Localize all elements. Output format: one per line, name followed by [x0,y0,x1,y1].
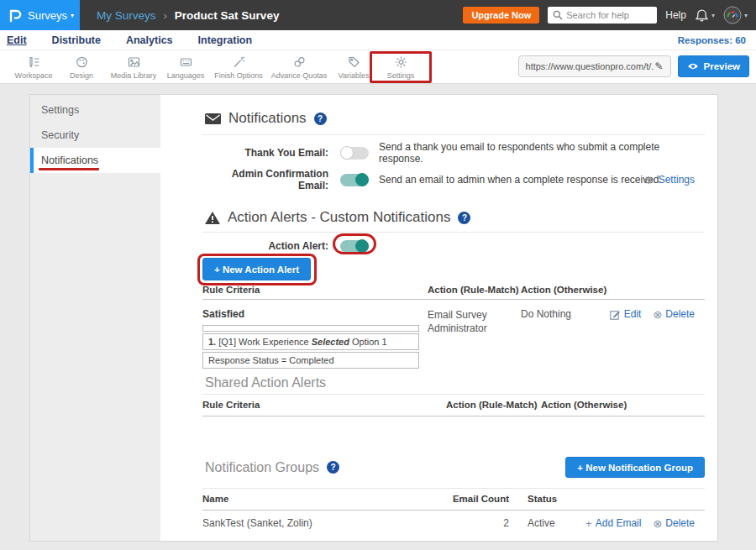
breadcrumb-separator-icon: › [164,9,167,22]
settings-sidebar: Settings Security Notifications [30,95,160,541]
toolbar-variables[interactable]: Variables [331,55,376,80]
divider [202,232,705,233]
questionpro-app: Surveys ▾ My Surveys › Product Sat Surve… [0,0,756,550]
edit-pencil-icon [610,309,621,320]
delete-group-button[interactable]: ⊗ Delete [653,517,695,529]
warning-icon [205,212,220,224]
responses-count[interactable]: Responses: 60 [678,35,746,45]
edit-alert-button[interactable]: Edit [610,308,642,320]
edit-url-pencil-icon[interactable]: ✎ [654,60,663,72]
toolbar-languages[interactable]: Languages [161,55,210,80]
toolbar-design[interactable]: Design [57,55,106,80]
admin-confirmation-label: Admin Confirmation Email: [202,168,328,191]
help-icon[interactable]: ? [314,113,327,125]
groups-title: Notification Groups [205,460,319,475]
finish-options-icon [232,55,246,69]
toolbar-media-library[interactable]: Media Library [106,55,161,80]
sidebar-item-notifications[interactable]: Notifications [30,148,160,173]
action-alerts-table-header: Rule Criteria Action (Rule-Match) Action… [202,285,705,300]
envelope-icon [205,113,221,124]
sidebar-item-settings[interactable]: Settings [30,97,160,123]
new-action-alert-button[interactable]: + New Action Alert [202,258,311,280]
languages-icon [179,55,193,69]
shared-alerts-title: Shared Action Alerts [202,375,705,390]
admin-confirmation-desc: Send an email to admin when a complete r… [379,174,662,186]
survey-url-field[interactable]: https://www.questionpro.com/t/. ✎ [518,55,671,77]
help-link[interactable]: Help [665,9,686,21]
col-action-otherwise: Action (Otherwise) [521,285,606,295]
action-alert-label: Action Alert: [202,240,328,252]
col-rule-criteria: Rule Criteria [202,400,260,410]
rule-box-empty [202,325,419,332]
section-title: Action Alerts - Custom Notifications [228,209,450,226]
product-label: Surveys [28,9,67,22]
toolbar-advance-quotas[interactable]: Advance Quotas [267,55,331,80]
col-action-rule-match: Action (Rule-Match) [428,285,519,295]
breadcrumb-my-surveys[interactable]: My Surveys [97,9,156,22]
tab-analytics[interactable]: Analytics [126,34,173,46]
tab-integration[interactable]: Integration [198,34,253,46]
action-alert-toggle[interactable] [340,240,369,253]
section-title: Notifications [228,110,307,127]
chevron-down-icon: ▾ [711,12,715,19]
action-alert-toggle-row: Action Alert: [202,237,705,255]
upgrade-now-button[interactable]: Upgrade Now [463,7,539,24]
survey-url-value: https://www.questionpro.com/t/. [526,61,654,71]
advance-quotas-icon [292,55,307,69]
toolbar-finish-options[interactable]: Finish Options [210,55,267,80]
top-header: Surveys ▾ My Surveys › Product Sat Surve… [0,0,756,30]
rule-box-1: 1. [Q1] Work Experience Selected Option … [202,333,419,350]
help-icon[interactable]: ? [458,212,470,224]
thank-you-email-row: Thank You Email: Send a thank you email … [202,144,705,161]
group-status[interactable]: Active [528,517,555,529]
toolbar-settings[interactable]: Settings [376,55,425,80]
admin-settings-link-group: ⚙ Settings [643,174,695,186]
questionpro-logo-icon [7,8,22,23]
delete-alert-button[interactable]: ⊗ Delete [653,308,695,320]
notification-groups-header: Notification Groups ? + New Notification… [202,457,705,478]
divider [202,134,705,135]
workspace-icon [27,55,41,69]
notifications-section-header: Notifications ? [202,109,705,128]
breadcrumb: My Surveys › Product Sat Survey [97,9,279,22]
notifications-bell[interactable]: ▾ [695,8,715,23]
tab-edit[interactable]: Edit [7,34,27,46]
groups-title-group: Notification Groups ? [202,460,339,475]
group-email-count[interactable]: 2 [446,517,509,529]
tab-distribute[interactable]: Distribute [52,34,101,46]
admin-settings-link[interactable]: Settings [659,174,695,186]
delete-circle-icon: ⊗ [653,518,662,529]
admin-confirmation-toggle[interactable] [340,174,369,186]
breadcrumb-current-survey: Product Sat Survey [175,9,280,22]
toolbar-settings-wrap: Settings [376,55,425,80]
col-name: Name [202,494,228,504]
groups-table-header: Name Email Count Status [202,488,705,511]
toolbar-workspace[interactable]: Workspace [10,55,57,80]
product-switcher[interactable]: Surveys ▾ [0,0,80,30]
shared-alerts-table-header: Rule Criteria Action (Rule-Match) Action… [202,394,705,416]
survey-nav: Edit Distribute Analytics Integration Re… [0,30,756,50]
edit-toolbar: Workspace Design Media Library Languages… [0,50,756,84]
sidebar-item-security[interactable]: Security [30,123,160,148]
help-icon[interactable]: ? [327,461,339,474]
gear-icon: ⚙ [643,174,654,186]
rule-box-2: Response Status = Completed [202,352,419,369]
avatar [723,6,742,24]
settings-card: Settings Security Notifications Notifica… [29,94,718,542]
user-menu[interactable]: ▾ [723,6,748,24]
action-alert-row: Satisfied 1. [Q1] Work Experience Select… [202,300,705,369]
settings-gear-icon [394,55,408,69]
design-icon [75,55,89,69]
thank-you-email-label: Thank You Email: [202,147,328,159]
action-alerts-section-header: Action Alerts - Custom Notifications ? [202,208,705,227]
search-input[interactable] [548,7,657,24]
new-notification-group-button[interactable]: + New Notification Group [565,457,705,478]
group-actions: + Add Email ⊗ Delete [585,517,695,529]
help-search-box[interactable] [548,7,657,24]
header-actions: Upgrade Now Help ▾ ▾ [463,6,756,24]
preview-button[interactable]: Preview [678,55,749,77]
thank-you-email-toggle[interactable] [340,147,369,160]
media-library-icon [127,55,141,69]
new-action-alert-wrap: + New Action Alert [202,258,311,280]
add-email-button[interactable]: + Add Email [585,517,641,529]
